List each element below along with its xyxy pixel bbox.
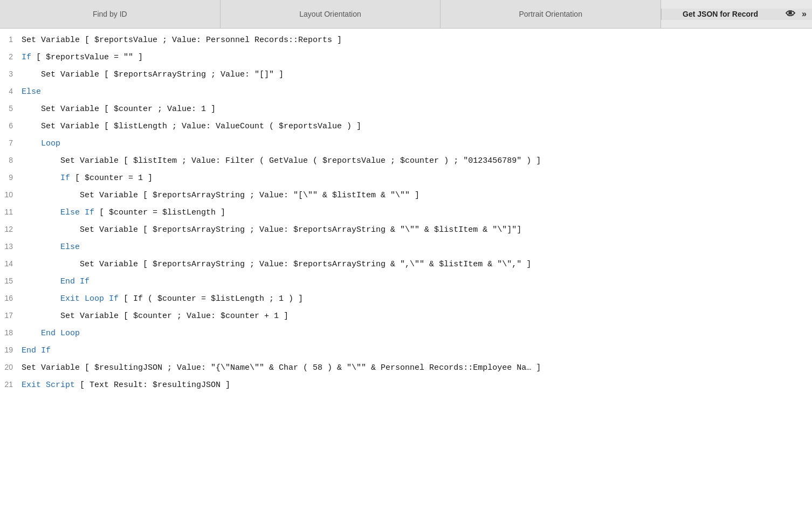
line-content: End If [22,344,812,357]
table-row: 8 Set Variable [ $listItem ; Value: Filt… [0,154,812,171]
line-number: 13 [0,242,22,251]
line-number: 8 [0,156,22,164]
line-content: Set Variable [ $reportsArrayString ; Val… [22,68,812,81]
keyword-token: End If [60,277,90,286]
table-row: 6 Set Variable [ $listLength ; Value: Va… [0,119,812,136]
line-content: If [ $reportsValue = "" ] [22,51,812,64]
table-row: 16 Exit Loop If [ If ( $counter = $listL… [0,292,812,309]
line-number: 21 [0,380,22,389]
keyword-token: End If [22,346,51,355]
table-row: 4Else [0,85,812,102]
line-content: End If [22,275,812,288]
keyword-token: Loop [41,139,60,148]
keyword-token: If [60,174,70,183]
tab-bar: Find by ID Layout Orientation Portrait O… [0,0,812,29]
line-number: 11 [0,208,22,216]
line-content: Set Variable [ $counter ; Value: $counte… [22,310,812,323]
line-content: Loop [22,137,812,150]
line-number: 16 [0,294,22,302]
line-number: 14 [0,259,22,268]
table-row: 21Exit Script [ Text Result: $resultingJ… [0,378,812,395]
chevron-icon[interactable]: » [802,9,807,19]
line-number: 19 [0,346,22,354]
table-row: 12 Set Variable [ $reportsArrayString ; … [0,223,812,240]
line-number: 17 [0,311,22,320]
keyword-token: End Loop [41,329,80,338]
table-row: 3 Set Variable [ $reportsArrayString ; V… [0,67,812,85]
keyword-token: Else [22,87,41,96]
line-content: Set Variable [ $reportsArrayString ; Val… [22,189,812,202]
line-number: 6 [0,121,22,130]
line-number: 18 [0,328,22,337]
line-content: Set Variable [ $reportsArrayString ; Val… [22,224,812,237]
line-number: 1 [0,35,22,44]
table-row: 18 End Loop [0,326,812,343]
line-content: Else [22,241,812,254]
line-content: Set Variable [ $listItem ; Value: Filter… [22,155,812,168]
table-row: 17 Set Variable [ $counter ; Value: $cou… [0,309,812,326]
line-content: Set Variable [ $reportsValue ; Value: Pe… [22,34,812,47]
line-number: 9 [0,173,22,182]
table-row: 20Set Variable [ $resultingJSON ; Value:… [0,361,812,378]
line-number: 20 [0,363,22,371]
table-row: 1Set Variable [ $reportsValue ; Value: P… [0,33,812,50]
line-content: Set Variable [ $resultingJSON ; Value: "… [22,362,812,375]
keyword-token: If [22,53,31,62]
line-number: 3 [0,70,22,78]
tab-layout-orientation[interactable]: Layout Orientation [221,0,441,28]
line-number: 15 [0,277,22,285]
table-row: 15 End If [0,274,812,292]
line-number: 10 [0,190,22,199]
line-content: End Loop [22,327,812,340]
table-row: 9 If [ $counter = 1 ] [0,171,812,188]
table-row: 2If [ $reportsValue = "" ] [0,50,812,67]
table-row: 10 Set Variable [ $reportsArrayString ; … [0,188,812,205]
eye-icon[interactable]: 👁 [786,9,795,20]
line-content: Set Variable [ $reportsArrayString ; Val… [22,258,812,271]
keyword-token: Exit Loop If [60,294,119,303]
table-row: 5 Set Variable [ $counter ; Value: 1 ] [0,102,812,119]
line-number: 2 [0,52,22,61]
tab-portrait-orientation[interactable]: Portrait Orientation [441,0,661,28]
line-content: Set Variable [ $listLength ; Value: Valu… [22,120,812,133]
line-number: 12 [0,225,22,233]
tab-get-json[interactable]: Get JSON for Record 👁 » [661,9,812,20]
line-number: 4 [0,87,22,95]
table-row: 11 Else If [ $counter = $listLength ] [0,205,812,223]
line-content: Else If [ $counter = $listLength ] [22,206,812,219]
table-row: 7 Loop [0,136,812,154]
line-content: Exit Loop If [ If ( $counter = $listLeng… [22,293,812,306]
keyword-token: Else [60,243,80,252]
keyword-token: Exit Script [22,381,75,390]
table-row: 14 Set Variable [ $reportsArrayString ; … [0,257,812,274]
line-number: 7 [0,139,22,147]
keyword-token: Else If [60,208,94,217]
line-number: 5 [0,104,22,113]
line-content: Set Variable [ $counter ; Value: 1 ] [22,103,812,116]
line-content: Else [22,86,812,99]
code-area: 1Set Variable [ $reportsValue ; Value: P… [0,29,812,399]
line-content: Exit Script [ Text Result: $resultingJSO… [22,379,812,392]
table-row: 19End If [0,343,812,361]
line-content: If [ $counter = 1 ] [22,172,812,185]
table-row: 13 Else [0,240,812,257]
tab-find-by-id[interactable]: Find by ID [0,0,221,28]
